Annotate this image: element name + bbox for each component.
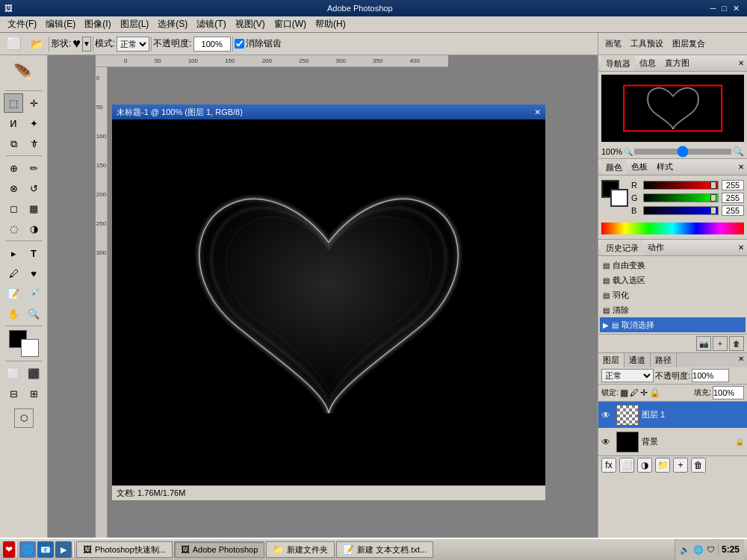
tool-notes[interactable]: 📝 <box>4 284 23 303</box>
tool-preset-btn[interactable]: 工具预设 <box>627 35 667 53</box>
new-btn[interactable]: ⬜ <box>3 35 25 53</box>
tool-gradient[interactable]: ▦ <box>24 199 43 218</box>
tool-brush[interactable]: ✏ <box>24 158 43 178</box>
layers-panel-close[interactable]: ✕ <box>735 353 747 367</box>
lock-transparency-icon[interactable]: ▦ <box>620 388 628 398</box>
menu-image[interactable]: 图像(I) <box>80 16 115 32</box>
taskbar-start-icon[interactable]: ❤ <box>3 541 15 558</box>
nav-zoom-slider[interactable] <box>634 149 731 155</box>
taskbar-notepad-btn[interactable]: 📝 新建 文本文档.txt... <box>336 541 433 558</box>
jump-to-imageready[interactable]: ⬡ <box>5 407 43 429</box>
tab-layers[interactable]: 图层 <box>598 353 624 367</box>
tab-history[interactable]: 历史记录 <box>601 240 643 255</box>
open-btn[interactable]: 📂 <box>27 35 47 53</box>
fill-input[interactable] <box>713 386 744 399</box>
g-value[interactable]: 255 <box>722 193 744 203</box>
tool-standard-mode[interactable]: ⬜ <box>4 364 23 383</box>
tool-pen[interactable]: 🖊 <box>4 264 23 283</box>
history-snapshot-btn[interactable]: 📷 <box>696 336 711 351</box>
navigator-close[interactable]: ✕ <box>738 59 744 67</box>
layer-eye-0[interactable]: 👁 <box>601 410 613 420</box>
layer-item-0[interactable]: 👁 图层 1 <box>598 402 747 429</box>
tab-color[interactable]: 颜色 <box>601 160 627 175</box>
tool-crop[interactable]: ⧉ <box>4 134 23 153</box>
menu-filter[interactable]: 滤镜(T) <box>192 16 230 32</box>
menu-window[interactable]: 窗口(W) <box>270 16 311 32</box>
menu-help[interactable]: 帮助(H) <box>311 16 350 32</box>
r-value[interactable]: 255 <box>722 180 744 190</box>
layer-adjustment-btn[interactable]: ◑ <box>637 458 652 473</box>
taskbar-photoshop-quick-btn[interactable]: 🖼 Photoshop快速制... <box>76 541 173 558</box>
tool-slice[interactable]: 🗡 <box>24 134 43 153</box>
layer-mask-btn[interactable]: ⬜ <box>619 458 634 473</box>
color-spectrum[interactable] <box>601 223 744 234</box>
b-value[interactable]: 255 <box>722 205 744 216</box>
window-minimize[interactable]: ─ <box>707 4 719 13</box>
blend-mode-select[interactable]: 正常 <box>601 369 654 382</box>
lock-all-icon[interactable]: 🔒 <box>649 388 660 398</box>
taskbar-folder-btn[interactable]: 📁 新建文件夹 <box>266 541 335 558</box>
tab-swatches[interactable]: 色板 <box>627 160 652 174</box>
erase-checkbox[interactable] <box>235 39 244 49</box>
tool-move[interactable]: ✛ <box>24 93 43 113</box>
bg-color-box[interactable] <box>610 189 628 207</box>
layer-eye-1[interactable]: 👁 <box>601 437 613 447</box>
background-color[interactable] <box>21 339 39 357</box>
tool-custom-shape[interactable]: ♥ <box>24 264 43 283</box>
layer-fx-btn[interactable]: fx <box>601 458 616 473</box>
tool-hand[interactable]: ✋ <box>4 304 23 323</box>
menu-view[interactable]: 视图(V) <box>231 16 270 32</box>
history-panel-close[interactable]: ✕ <box>738 243 744 252</box>
tab-actions[interactable]: 动作 <box>643 240 669 255</box>
tool-clone[interactable]: ⊗ <box>4 178 23 198</box>
menu-edit[interactable]: 编辑(E) <box>41 16 80 32</box>
tab-paths[interactable]: 路径 <box>651 353 677 367</box>
history-item-3[interactable]: ▤ 清除 <box>600 302 746 317</box>
layer-new-btn[interactable]: + <box>673 458 688 473</box>
tool-eyedropper[interactable]: 💉 <box>24 284 43 303</box>
shape-picker[interactable]: ▼ <box>82 37 91 52</box>
canvas-close[interactable]: ✕ <box>534 108 541 117</box>
lock-move-icon[interactable]: ✛ <box>640 388 648 398</box>
tool-path-select[interactable]: ▸ <box>4 243 23 263</box>
menu-select[interactable]: 选择(S) <box>153 16 192 32</box>
layers-opacity-input[interactable] <box>692 369 729 382</box>
tool-quickmask-mode[interactable]: ⬛ <box>24 364 43 383</box>
window-maximize[interactable]: □ <box>719 4 730 13</box>
tab-channels[interactable]: 通道 <box>624 353 651 367</box>
tool-lasso[interactable]: ⵍ <box>4 113 23 133</box>
taskbar-photoshop-btn[interactable]: 🖼 Adobe Photoshop <box>174 541 264 558</box>
tool-text[interactable]: T <box>24 243 43 263</box>
layer-item-1[interactable]: 👁 背景 🔒 <box>598 429 747 455</box>
tab-info[interactable]: 信息 <box>635 56 660 70</box>
taskbar-media-btn[interactable]: ▶ <box>55 541 72 558</box>
layer-group-btn[interactable]: 📁 <box>655 458 670 473</box>
tool-magic-wand[interactable]: ✦ <box>24 113 43 133</box>
history-item-0[interactable]: ▤ 自由变换 <box>600 258 746 273</box>
color-panel-close[interactable]: ✕ <box>738 163 744 171</box>
tool-eraser[interactable]: ◻ <box>4 199 23 218</box>
opacity-input[interactable]: 100% <box>193 37 231 52</box>
history-item-1[interactable]: ▤ 载入选区 <box>600 273 746 287</box>
window-close[interactable]: ✕ <box>730 4 743 13</box>
lock-paint-icon[interactable]: 🖊 <box>630 388 639 398</box>
tool-screen-mode[interactable]: ⊟ <box>4 384 23 403</box>
tab-navigator[interactable]: 导航器 <box>601 56 635 71</box>
brush-btn[interactable]: 画笔 <box>601 35 625 53</box>
tool-history-brush[interactable]: ↺ <box>24 178 43 198</box>
history-item-4[interactable]: ▶ ▤ 取消选择 <box>600 317 746 332</box>
taskbar-ie-btn[interactable]: 🌐 <box>19 541 36 558</box>
tab-histogram[interactable]: 直方图 <box>660 56 694 70</box>
history-delete-btn[interactable]: 🗑 <box>729 336 744 351</box>
tool-spot-heal[interactable]: ⊕ <box>4 158 23 178</box>
history-item-2[interactable]: ▤ 羽化 <box>600 287 746 302</box>
tool-marquee[interactable]: ⬚ <box>4 93 23 113</box>
tool-dodge[interactable]: ◑ <box>24 219 43 238</box>
mode-select[interactable]: 正常 溶解 <box>117 37 149 52</box>
layer-comps-btn[interactable]: 图层复合 <box>669 35 709 53</box>
taskbar-outlook-btn[interactable]: 📧 <box>37 541 54 558</box>
tool-blur[interactable]: ◌ <box>4 219 23 238</box>
history-new-btn[interactable]: + <box>713 336 728 351</box>
menu-layer[interactable]: 图层(L) <box>116 16 154 32</box>
tool-zoom[interactable]: 🔍 <box>24 304 43 323</box>
